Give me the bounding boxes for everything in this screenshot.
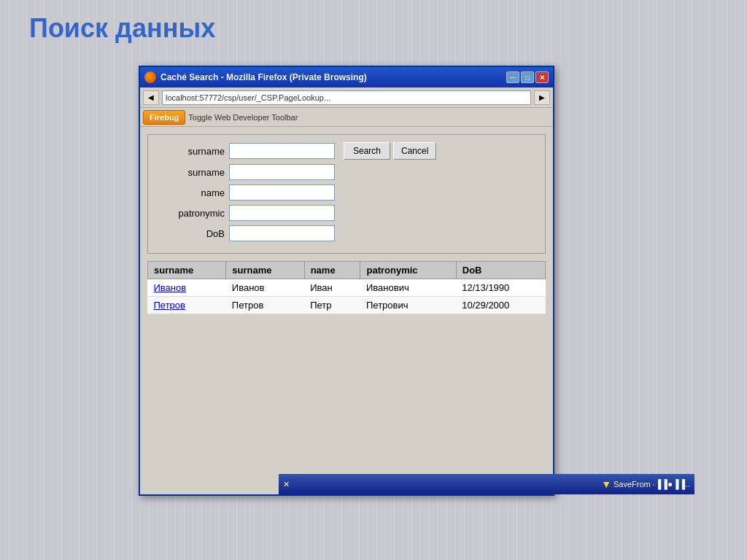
- table-cell-surname2: Иванов: [226, 279, 304, 297]
- page-content: surname Search Cancel surname name patro…: [140, 127, 553, 494]
- input-patronymic[interactable]: [229, 205, 335, 221]
- input-surname-1[interactable]: [229, 143, 335, 159]
- table-row: ИвановИвановИванИванович12/13/1990: [148, 279, 546, 297]
- table-cell-dob: 12/13/1990: [456, 279, 545, 297]
- label-surname-2: surname: [159, 167, 225, 178]
- table-cell-link-surname[interactable]: Иванов: [148, 279, 226, 297]
- input-surname-2[interactable]: [229, 164, 335, 180]
- results-table: surname surname name patronymic DoB Иван…: [147, 261, 546, 314]
- url-input[interactable]: [162, 90, 531, 105]
- form-row-1: surname Search Cancel: [159, 142, 534, 160]
- input-dob[interactable]: [229, 225, 335, 241]
- browser-title: Caché Search - Mozilla Firefox (Private …: [160, 72, 367, 82]
- taskbar-label: SaveFrom: [614, 480, 651, 489]
- taskbar-left-icon: ✕: [283, 480, 290, 489]
- label-surname-1: surname: [159, 146, 225, 157]
- form-buttons: Search Cancel: [344, 142, 436, 160]
- browser-toolbar: Firebug Toggle Web Developer Toolbar: [140, 108, 553, 127]
- cancel-button[interactable]: Cancel: [393, 142, 436, 160]
- table-cell-dob: 10/29/2000: [456, 297, 545, 314]
- col-header-name: name: [304, 262, 360, 279]
- form-row-4: patronymic: [159, 205, 534, 221]
- search-button[interactable]: Search: [344, 142, 390, 160]
- form-row-2: surname: [159, 164, 534, 180]
- input-name[interactable]: [229, 184, 335, 201]
- table-row: ПетровПетровПетрПетрович10/29/2000: [148, 297, 546, 314]
- table-cell-patronymic: Петрович: [360, 297, 456, 314]
- toggle-toolbar-label: Toggle Web Developer Toolbar: [188, 113, 298, 122]
- table-cell-name: Иван: [304, 279, 360, 297]
- taskbar-extras: ·▐▐●▐▐..: [653, 479, 690, 489]
- taskbar-right: ▼ SaveFrom ·▐▐●▐▐..: [601, 478, 690, 490]
- browser-window: Caché Search - Mozilla Firefox (Private …: [139, 66, 554, 496]
- address-bar: ◀ ▶: [140, 88, 553, 108]
- label-name: name: [159, 187, 225, 198]
- table-header-row: surname surname name patronymic DoB: [148, 262, 546, 279]
- table-cell-name: Петр: [304, 297, 360, 314]
- minimize-button[interactable]: ─: [506, 71, 519, 83]
- back-button[interactable]: ◀: [143, 90, 159, 105]
- col-header-patronymic: patronymic: [360, 262, 456, 279]
- window-controls: ─ □ ✕: [506, 71, 549, 83]
- taskbar: ✕ ▼ SaveFrom ·▐▐●▐▐..: [279, 474, 694, 494]
- page-title: Поиск данных: [29, 13, 215, 44]
- close-button[interactable]: ✕: [535, 71, 549, 83]
- savefrom-icon: ▼: [601, 478, 611, 490]
- firefox-icon: [144, 71, 156, 83]
- label-patronymic: patronymic: [159, 208, 225, 219]
- table-cell-link-surname[interactable]: Петров: [148, 297, 226, 314]
- restore-button[interactable]: □: [521, 71, 534, 83]
- col-header-surname1: surname: [148, 262, 226, 279]
- col-header-dob: DoB: [456, 262, 545, 279]
- title-bar-left: Caché Search - Mozilla Firefox (Private …: [144, 71, 367, 83]
- form-row-5: DoB: [159, 225, 534, 241]
- firebug-button[interactable]: Firebug: [143, 110, 185, 125]
- search-form: surname Search Cancel surname name patro…: [147, 134, 546, 254]
- go-button[interactable]: ▶: [534, 90, 550, 105]
- form-row-3: name: [159, 184, 534, 201]
- table-cell-patronymic: Иванович: [360, 279, 456, 297]
- label-dob: DoB: [159, 228, 225, 239]
- table-cell-surname2: Петров: [226, 297, 304, 314]
- title-bar: Caché Search - Mozilla Firefox (Private …: [140, 67, 553, 88]
- col-header-surname2: surname: [226, 262, 304, 279]
